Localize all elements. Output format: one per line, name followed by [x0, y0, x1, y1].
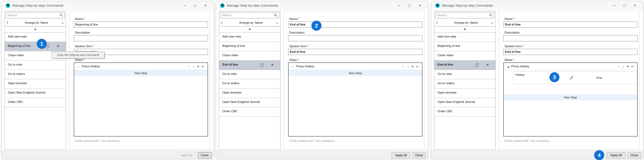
search-box[interactable] — [435, 12, 494, 18]
move-step-down-icon[interactable]: ↓ — [192, 65, 195, 68]
command-list-item[interactable]: Order CBC — [5, 98, 66, 107]
apply-all-button[interactable]: Apply All — [177, 152, 196, 159]
close-button[interactable]: Close — [198, 152, 211, 159]
command-list: Add new noteBeginning of line✕Close vide… — [5, 32, 66, 107]
command-list-item[interactable]: Open New England Journal — [219, 98, 280, 107]
add-command-button[interactable]: + — [5, 26, 66, 32]
command-label: Open browser — [222, 91, 242, 94]
expander-expanded-icon[interactable]: ◢ — [507, 65, 510, 68]
delete-command-icon[interactable]: ✕ — [271, 63, 274, 67]
command-list-item[interactable]: Add new note — [5, 32, 66, 42]
close-icon[interactable]: ✕ — [200, 1, 211, 10]
command-list-item[interactable]: Beginning of line✕ — [5, 42, 66, 51]
search-icon — [489, 13, 493, 17]
command-list-item[interactable]: Go to note — [434, 70, 496, 79]
command-list-item[interactable]: Go to note — [5, 60, 66, 70]
undo-step-icon[interactable]: ↩ — [631, 65, 634, 68]
alert-icon: ! — [7, 21, 11, 25]
command-list-item[interactable]: Go to note — [219, 70, 280, 79]
delete-command-icon[interactable]: ✕ — [56, 44, 60, 48]
command-list-item[interactable]: Beginning of line — [219, 42, 280, 51]
delete-step-icon[interactable]: ✕ — [197, 65, 200, 68]
new-step-row[interactable]: New Step — [288, 70, 422, 76]
move-step-up-icon[interactable]: ↑ — [402, 65, 405, 68]
step-item-press-hotkey[interactable]: ▷ Press Hotkey ↑ ↓ ✕ ↩ — [74, 63, 208, 70]
command-list-item[interactable]: Order CBC — [434, 107, 496, 117]
command-list-item[interactable]: Add new note — [219, 32, 280, 42]
move-step-up-icon[interactable]: ↑ — [188, 65, 190, 68]
dragon-app-icon — [435, 3, 440, 8]
command-list-item[interactable]: Open browser — [5, 79, 66, 89]
undo-step-icon[interactable]: ↩ — [416, 65, 419, 68]
command-list-item[interactable]: Open browser — [434, 89, 496, 98]
name-input[interactable]: End of line — [288, 21, 422, 28]
delete-step-icon[interactable]: ✕ — [626, 65, 629, 68]
command-list-item[interactable]: Beginning of line — [434, 42, 496, 51]
close-icon[interactable]: ✕ — [415, 1, 425, 10]
delete-step-icon[interactable]: ✕ — [411, 65, 414, 68]
search-input[interactable] — [436, 12, 494, 18]
sort-ascending-icon[interactable]: ▲ — [276, 22, 278, 24]
command-list-item[interactable]: End of line✕ — [219, 60, 280, 70]
description-input[interactable] — [288, 35, 422, 41]
command-list-item[interactable]: Go to orders — [219, 79, 280, 89]
expander-collapsed-icon[interactable]: ▷ — [78, 65, 80, 68]
new-step-row[interactable]: New Step — [504, 94, 637, 100]
description-input[interactable] — [74, 35, 208, 41]
bottom-bar: Apply All Close — [216, 150, 428, 159]
search-box[interactable] — [6, 12, 65, 18]
expander-collapsed-icon[interactable]: ▷ — [292, 65, 295, 68]
command-list-item[interactable]: End of line✕ — [434, 60, 496, 70]
spoken-form-input[interactable]: End of line — [503, 49, 638, 55]
step-item-press-hotkey[interactable]: ◢ Press Hotkey ↑ ↓ ✕ ↩ — [504, 63, 637, 70]
titlebar[interactable]: Manage Step-by-step Commands ✕ — [2, 1, 214, 10]
add-command-button[interactable]: + — [434, 26, 496, 32]
step-item-press-hotkey[interactable]: ▷ Press Hotkey ↑ ↓ ✕ ↩ — [288, 63, 422, 70]
command-list-item[interactable]: Close video — [219, 51, 280, 60]
command-list-item[interactable]: Go to orders — [5, 70, 66, 79]
close-button[interactable]: Close — [628, 152, 641, 159]
apply-all-button[interactable]: Apply All — [392, 152, 410, 159]
add-command-button[interactable]: + — [219, 26, 280, 32]
titlebar[interactable]: Manage Step-by-step Commands ✕ — [431, 1, 643, 10]
command-list-item[interactable]: Open New England Journal — [434, 98, 496, 107]
close-button[interactable]: Close — [412, 152, 426, 159]
titlebar[interactable]: Manage Step-by-step Commands ✕ — [216, 1, 428, 10]
name-input[interactable]: Beginning of line — [74, 21, 208, 28]
arrange-bar[interactable]: ! Arrange by: Name ▲ — [5, 19, 66, 26]
arrange-bar[interactable]: ! Arrange by: Name ▲ — [219, 19, 280, 26]
minimize-icon[interactable] — [179, 1, 190, 10]
command-list-item[interactable]: Order CBC — [219, 107, 280, 117]
edit-hotkey-icon[interactable] — [569, 76, 574, 80]
new-step-row[interactable]: New Step — [74, 70, 208, 76]
search-input[interactable] — [6, 12, 64, 18]
copy-command-icon[interactable] — [260, 63, 264, 67]
minimize-icon[interactable] — [394, 1, 404, 10]
minimize-icon[interactable] — [609, 1, 619, 10]
apply-all-button[interactable]: Apply All — [607, 152, 626, 159]
name-input[interactable]: End of line — [503, 21, 638, 28]
move-step-down-icon[interactable]: ↓ — [406, 65, 410, 68]
maximize-icon[interactable] — [404, 1, 415, 10]
command-list-item[interactable]: Open New England Journal — [5, 89, 66, 98]
sort-ascending-icon[interactable]: ▲ — [491, 22, 493, 24]
move-step-up-icon[interactable]: ↑ — [617, 65, 620, 68]
spoken-form-input[interactable]: End of line — [288, 49, 422, 55]
maximize-icon[interactable] — [190, 1, 200, 10]
search-box[interactable] — [220, 12, 279, 18]
close-icon[interactable]: ✕ — [630, 1, 640, 10]
maximize-icon[interactable] — [619, 1, 630, 10]
command-list-item[interactable]: Open browser — [219, 89, 280, 98]
command-list-item[interactable]: Add new note — [434, 32, 496, 42]
command-list-item[interactable]: Close video — [434, 51, 496, 60]
description-input[interactable] — [503, 35, 638, 41]
delete-command-icon[interactable]: ✕ — [486, 63, 489, 67]
move-step-down-icon[interactable]: ↓ — [622, 65, 624, 68]
sort-ascending-icon[interactable]: ▲ — [62, 22, 64, 24]
callout-3: 3 — [550, 72, 560, 82]
copy-command-icon[interactable] — [475, 63, 479, 67]
undo-step-icon[interactable]: ↩ — [202, 65, 204, 68]
search-input[interactable] — [220, 12, 279, 18]
arrange-bar[interactable]: ! Arrange by: Name ▲ — [434, 19, 496, 26]
command-list-item[interactable]: Go to orders — [434, 79, 496, 89]
